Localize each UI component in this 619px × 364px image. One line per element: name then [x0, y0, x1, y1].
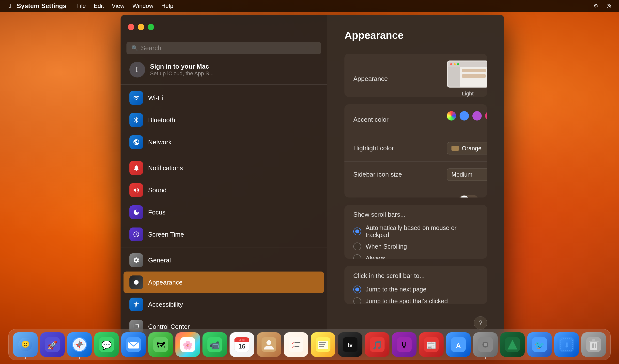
accent-color-row-swatches — [447, 111, 487, 121]
dock-appletv[interactable]: tv — [338, 332, 362, 357]
wifi-icon — [129, 91, 143, 105]
accent-color-label: Accent color — [353, 116, 447, 123]
scroll-bars-section-title: Show scroll bars... — [344, 205, 487, 219]
sidebar-label-sound: Sound — [148, 186, 167, 194]
sidebar-item-notifications[interactable]: Notifications — [124, 157, 324, 179]
dock-safari[interactable] — [67, 332, 92, 357]
main-content: Appearance Appearance — [327, 15, 504, 344]
dock-altool[interactable] — [500, 332, 525, 357]
scroll-bars-scrolling[interactable]: When Scrolling — [353, 243, 478, 250]
dock-launchpad[interactable]: 🚀 — [40, 332, 65, 357]
sidebar-label-network: Network — [148, 138, 171, 146]
dock-mail[interactable] — [121, 332, 146, 357]
dock-photos[interactable]: 🌸 — [175, 332, 200, 357]
menubar-right: ⚙ ◎ — [591, 1, 613, 10]
siri-icon[interactable]: ◎ — [604, 1, 613, 10]
sidebar-item-general[interactable]: General — [124, 249, 324, 271]
dock-appstore[interactable]: A — [446, 332, 471, 357]
click-scroll-nextpage[interactable]: Jump to the next page — [353, 286, 478, 293]
highlight-swatch — [451, 146, 459, 151]
sidebar-icon-size-dropdown[interactable]: Medium ⌃⌄ — [447, 168, 487, 181]
sidebar-label-wifi: Wi-Fi — [148, 94, 163, 102]
dock-downloads[interactable]: ⬇ — [554, 332, 579, 357]
svg-rect-37 — [319, 342, 326, 343]
menubar-window[interactable]: Window — [128, 1, 157, 10]
sidebar-item-wifi[interactable]: Wi-Fi — [124, 87, 324, 109]
control-strip-icon[interactable]: ⚙ — [591, 1, 600, 10]
menubar-help[interactable]: Help — [157, 1, 177, 10]
appearance-thumb-light[interactable]: Light — [447, 61, 487, 97]
appearance-mode-label: Appearance — [353, 75, 447, 83]
wallpaper-tinting-toggle[interactable] — [459, 195, 478, 197]
search-box[interactable]: 🔍 — [126, 42, 321, 54]
account-avatar:  — [129, 62, 145, 77]
svg-text:tv: tv — [348, 342, 353, 348]
search-input[interactable] — [141, 44, 316, 52]
dock-notes[interactable] — [311, 332, 335, 357]
apple-menu[interactable]:  — [6, 2, 14, 10]
highlight-color-dropdown[interactable]: Orange ⌃⌄ — [447, 142, 487, 154]
sidebar-item-focus[interactable]: Focus — [124, 201, 324, 223]
dock-contacts[interactable] — [257, 332, 281, 357]
accent-pink[interactable] — [485, 111, 487, 121]
dock-maps[interactable]: 🗺 — [148, 332, 173, 357]
svg-rect-33 — [294, 342, 300, 343]
color-settings-card: Accent color — [344, 104, 487, 197]
accent-purple[interactable] — [472, 111, 482, 121]
scroll-bars-always[interactable]: Always — [353, 254, 478, 258]
sidebar-item-appearance[interactable]: Appearance — [124, 272, 324, 293]
accent-blue[interactable] — [460, 111, 469, 121]
dock-messages[interactable]: 💬 — [94, 332, 119, 357]
dock-news[interactable]: 📰 — [419, 332, 444, 357]
sidebar-scroll[interactable]: Wi-Fi Bluetooth Network — [121, 87, 327, 344]
sidebar-item-bluetooth[interactable]: Bluetooth — [124, 109, 324, 131]
scroll-bars-card: Show scroll bars... Automatically based … — [344, 205, 487, 258]
sidebar-item-sound[interactable]: Sound — [124, 179, 324, 201]
dock-facetime[interactable]: 📹 — [202, 332, 227, 357]
scroll-bars-auto-label: Automatically based on mouse or trackpad — [366, 224, 478, 239]
svg-text:✓: ✓ — [292, 341, 295, 345]
sidebar-item-screentime[interactable]: Screen Time — [124, 224, 324, 245]
sidebar-item-network[interactable]: Network — [124, 131, 324, 153]
scroll-bars-auto[interactable]: Automatically based on mouse or trackpad — [353, 224, 478, 239]
minimize-button[interactable] — [138, 24, 144, 30]
sidebar-divider-3 — [121, 247, 327, 247]
menubar-file[interactable]: File — [72, 1, 90, 10]
dock-calendar[interactable]: JUN16 — [230, 332, 254, 357]
close-button[interactable] — [128, 24, 134, 30]
dock-podcasts[interactable]: 🎙 — [392, 332, 417, 357]
svg-rect-30 — [289, 337, 303, 352]
svg-text:🌸: 🌸 — [183, 340, 193, 350]
svg-text:🐦: 🐦 — [534, 340, 545, 350]
safari-dot — [79, 357, 80, 359]
menubar-view[interactable]: View — [108, 1, 128, 10]
account-item[interactable]:  Sign in to your Mac Set up iCloud, the… — [124, 58, 324, 81]
dock-system-settings[interactable] — [473, 332, 498, 357]
click-scroll-spot-radio — [353, 297, 361, 304]
click-scroll-section-title: Click in the scroll bar to... — [344, 266, 487, 281]
highlight-color-row: Highlight color Orange ⌃⌄ — [344, 135, 487, 162]
scroll-bars-scrolling-label: When Scrolling — [366, 243, 407, 250]
menubar-edit[interactable]: Edit — [90, 1, 108, 10]
sidebar-item-accessibility[interactable]: Accessibility — [124, 294, 324, 315]
screentime-icon — [129, 228, 143, 241]
dock-finder[interactable]: 🙂 — [13, 332, 38, 357]
dock-reminders[interactable]: ✓✓ — [284, 332, 308, 357]
click-scroll-nextpage-label: Jump to the next page — [366, 286, 426, 293]
click-scroll-spot[interactable]: Jump to the spot that's clicked — [353, 297, 478, 304]
dock-music[interactable]: 🎵 — [365, 332, 389, 357]
dock-tweetbot[interactable]: 🐦 — [527, 332, 552, 357]
sidebar-divider-2 — [121, 155, 327, 155]
scroll-bars-always-label: Always — [366, 255, 385, 259]
dock-trash[interactable] — [581, 332, 606, 357]
bluetooth-icon — [129, 113, 143, 127]
svg-rect-63 — [592, 339, 595, 341]
svg-text:📹: 📹 — [210, 340, 220, 350]
maximize-button[interactable] — [148, 24, 154, 30]
appearance-mode-row: Appearance — [344, 54, 487, 97]
help-button[interactable]: ? — [474, 316, 487, 330]
finder-dot — [25, 357, 26, 359]
accent-multicolor[interactable] — [447, 111, 456, 121]
dock: 🙂 🚀 💬 🗺 🌸 📹 JUN16 ✓✓ tv 🎵 🎙 — [8, 329, 611, 360]
click-scroll-radio-group: Jump to the next page Jump to the spot t… — [344, 281, 487, 304]
